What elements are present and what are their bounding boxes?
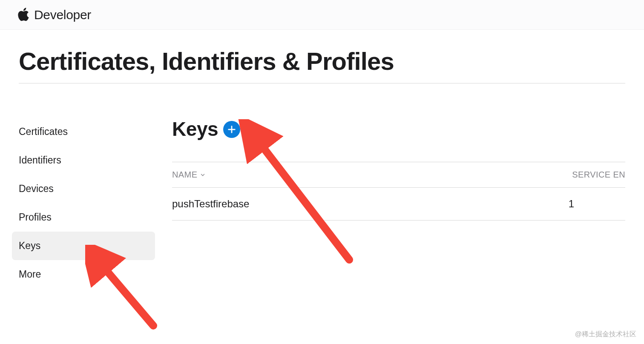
content-area: Certificates Identifiers Devices Profile… — [19, 118, 625, 289]
sidebar-item-identifiers[interactable]: Identifiers — [12, 146, 155, 175]
section-title: Keys — [172, 118, 218, 140]
section-header: Keys — [172, 118, 625, 140]
cell-name: pushTestfirebase — [172, 198, 249, 210]
sidebar-item-more[interactable]: More — [12, 260, 155, 289]
sidebar-item-keys[interactable]: Keys — [12, 232, 155, 260]
sidebar-item-devices[interactable]: Devices — [12, 175, 155, 203]
chevron-down-icon — [200, 172, 206, 178]
page-container: Certificates, Identifiers & Profiles Cer… — [0, 30, 644, 289]
cell-service: 1 — [569, 198, 625, 210]
column-header-service-label: SERVICE EN — [572, 170, 625, 180]
column-header-service[interactable]: SERVICE EN — [572, 170, 625, 180]
column-header-name-label: NAME — [172, 170, 197, 180]
sidebar-item-certificates[interactable]: Certificates — [12, 118, 155, 146]
column-header-name[interactable]: NAME — [172, 170, 206, 180]
apple-logo-icon — [18, 8, 30, 22]
add-key-button[interactable] — [223, 121, 240, 138]
table-row[interactable]: pushTestfirebase 1 — [172, 188, 625, 221]
main-content: Keys NAME SE — [172, 118, 625, 289]
brand-text: Developer — [34, 8, 91, 22]
sidebar: Certificates Identifiers Devices Profile… — [19, 118, 155, 289]
watermark: @稀土掘金技术社区 — [575, 330, 636, 339]
top-bar: Developer — [0, 0, 644, 30]
page-title: Certificates, Identifiers & Profiles — [19, 47, 625, 83]
brand[interactable]: Developer — [18, 8, 91, 22]
plus-icon — [227, 125, 236, 134]
table-header: NAME SERVICE EN — [172, 162, 625, 188]
keys-table: NAME SERVICE EN pushTestfirebase 1 — [172, 162, 625, 221]
sidebar-item-profiles[interactable]: Profiles — [12, 203, 155, 232]
